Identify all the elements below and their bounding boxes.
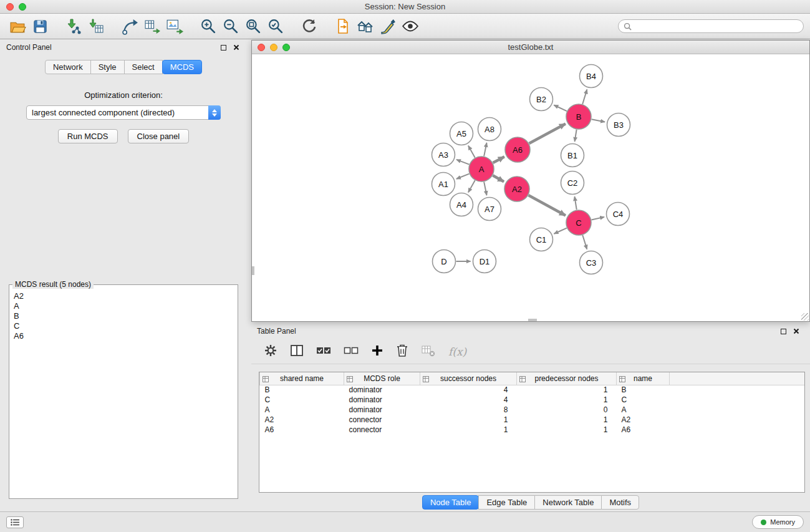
graph-node-A5[interactable]: A5 [450,122,473,145]
tab-select[interactable]: Select [124,60,163,74]
close-panel-button-2[interactable]: Close panel [128,129,190,143]
table-row[interactable]: A6connector11A6 [260,425,805,435]
tab-motifs[interactable]: Motifs [601,495,639,510]
table-cell[interactable]: 1 [517,415,617,425]
float-table-panel-button[interactable] [781,326,786,337]
duplicate-document-button[interactable] [332,16,354,37]
show-details-button[interactable] [399,16,422,37]
column-header-successor-nodes[interactable]: successor nodes [420,372,517,385]
tab-network[interactable]: Network [45,60,91,74]
table-cell[interactable]: 1 [517,425,617,435]
run-mcds-button[interactable]: Run MCDS [58,129,118,143]
export-image-button[interactable] [163,16,186,37]
table-cell[interactable]: 4 [420,395,517,405]
delete-column-button[interactable] [396,344,408,360]
table-cell[interactable]: 0 [517,405,617,415]
zoom-out-button[interactable] [219,16,242,37]
import-network-button[interactable] [62,16,85,37]
column-header-MCDS-role[interactable]: MCDS role [344,372,420,385]
table-cell[interactable]: C [617,395,670,405]
graph-node-A6[interactable]: A6 [505,137,530,162]
function-builder-button[interactable]: f(x) [448,346,466,358]
graph-edge-A-A7[interactable] [484,182,486,195]
table-cell[interactable]: A6 [617,425,670,435]
result-item[interactable]: B [11,311,236,321]
open-file-button[interactable] [6,16,29,37]
graph-node-D1[interactable]: D1 [473,250,496,273]
show-columns-button[interactable] [290,344,304,360]
table-cell[interactable]: 1 [517,395,617,405]
table-cell[interactable]: B [617,385,670,395]
search-input[interactable] [635,22,798,31]
vertical-scroll-mark[interactable] [252,266,254,275]
tab-style[interactable]: Style [90,60,125,74]
table-cell[interactable]: dominator [344,405,420,415]
graph-edge-A-A1[interactable] [456,174,470,179]
export-table-button[interactable] [141,16,163,37]
graph-node-C4[interactable]: C4 [607,203,630,226]
close-table-panel-button[interactable] [793,326,799,337]
tab-network-table[interactable]: Network Table [534,495,602,510]
zoom-selected-button[interactable] [264,16,287,37]
table-cell[interactable]: C [260,395,344,405]
graph-node-B2[interactable]: B2 [530,88,553,111]
resize-handle-icon[interactable] [801,313,809,321]
graph-edge-C-C3[interactable] [582,235,587,249]
table-cell[interactable]: A2 [617,415,670,425]
create-column-button[interactable] [371,344,383,359]
fullscreen-window-button[interactable] [19,3,26,11]
horizontal-scroll-mark[interactable] [528,319,537,321]
graph-node-A8[interactable]: A8 [478,118,501,141]
graph-edge-A-A2[interactable] [493,175,504,181]
result-item[interactable]: C [11,321,236,331]
close-panel-button[interactable] [233,42,239,53]
graph-edge-C-C1[interactable] [554,228,567,234]
graph-edge-B-B3[interactable] [592,119,605,122]
home-button[interactable] [354,16,377,37]
import-table-button[interactable] [85,16,107,37]
graph-node-A3[interactable]: A3 [432,143,455,167]
deselect-all-columns-button[interactable] [344,346,359,358]
table-row[interactable]: A2connector11A2 [260,415,805,425]
network-canvas[interactable]: B4B2BB3A5A8A6B1A3AA1C2A2A4A7C4CC1C3DD1 [252,54,809,321]
network-window-titlebar[interactable]: testGlobe.txt [252,41,809,54]
table-cell[interactable]: A [617,405,670,415]
graph-edge-A-A6[interactable] [493,157,504,163]
table-cell[interactable]: 1 [517,385,617,395]
table-cell[interactable]: dominator [344,385,420,395]
refresh-layout-button[interactable] [298,16,321,37]
zoom-in-button[interactable] [197,16,219,37]
criterion-select[interactable]: largest connected component (directed) [26,105,221,120]
graph-edge-C-C2[interactable] [574,196,576,210]
graph-node-B1[interactable]: B1 [561,144,584,167]
table-settings-button[interactable] [264,344,277,360]
graph-edge-B-B4[interactable] [582,90,587,104]
graph-node-A[interactable]: A [469,157,494,181]
graph-node-B4[interactable]: B4 [580,65,603,88]
table-row[interactable]: Cdominator41C [260,395,805,405]
float-panel-button[interactable] [221,42,226,53]
table-cell[interactable]: connector [344,415,420,425]
graph-node-C1[interactable]: C1 [530,228,553,251]
graph-edge-A-A3[interactable] [456,160,469,165]
table-cell[interactable]: 1 [420,415,517,425]
graph-node-C2[interactable]: C2 [561,172,584,195]
zoom-fit-button[interactable] [242,16,264,37]
graph-node-B[interactable]: B [566,104,591,129]
save-session-button[interactable] [29,16,51,37]
result-item[interactable]: A6 [11,331,236,341]
table-cell[interactable]: 1 [420,425,517,435]
close-window-button[interactable] [6,3,14,11]
export-network-button[interactable] [118,16,141,37]
table-cell[interactable]: connector [344,425,420,435]
tab-edge-table[interactable]: Edge Table [478,495,535,510]
result-item[interactable]: A2 [11,291,236,301]
graph-node-A7[interactable]: A7 [478,198,501,221]
table-row[interactable]: Bdominator41B [260,385,805,395]
graph-edge-C-C4[interactable] [591,217,604,220]
column-header-predecessor-nodes[interactable]: predecessor nodes [517,372,617,385]
graph-edge-A6-B[interactable] [529,123,565,143]
search-field[interactable] [618,19,804,33]
graph-node-A1[interactable]: A1 [432,173,455,196]
graph-edge-A-A5[interactable] [468,146,475,158]
